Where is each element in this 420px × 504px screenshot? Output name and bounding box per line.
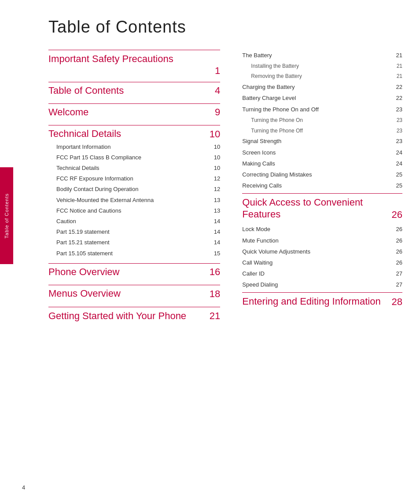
list-item: Lock Mode 26 [242,224,402,235]
list-item: Vehicle-Mounted the External Antenna 13 [48,195,220,206]
quick-access-items: Lock Mode 26 Mute Function 26 Quick Volu… [242,224,402,291]
section-title-getting-started: Getting Started with Your Phone [48,310,186,322]
list-item: Call Waiting 26 [242,257,402,268]
section-welcome: Welcome 9 [48,103,220,118]
list-item: Technical Details 10 [48,163,220,173]
page-number: 4 [22,484,25,491]
section-getting-started: Getting Started with Your Phone 21 [48,307,220,322]
list-item: Battery Charge Level 22 [242,93,402,104]
section-technical: Technical Details 10 [48,125,220,140]
section-title-menus-overview: Menus Overview [48,288,121,299]
main-content: Table of Contents Important Safety Preca… [22,0,420,352]
section-important-safety: Important Safety Precautions 1 [48,50,220,77]
section-title-technical: Technical Details [48,128,121,140]
section-title-entering-editing: Entering and Editing Information [242,295,380,308]
list-item: Removing the Battery 21 [242,71,402,82]
list-item: Quick Volume Adjustments 26 [242,246,402,257]
section-page-phone-overview: 16 [210,266,220,278]
section-phone-overview: Phone Overview 16 [48,263,220,278]
sidebar-tab: Table of Contents [0,167,13,264]
list-item: Caller ID 27 [242,269,402,280]
section-menus-overview: Menus Overview 18 [48,285,220,299]
section-page-important-safety: 1 [215,65,220,77]
section-page-entering-editing: 28 [392,296,402,308]
list-item: Turning the Phone On and Off 23 [242,104,402,115]
list-item: FCC Part 15 Class B Compliance 10 [48,152,220,163]
sidebar-label: Table of Contents [4,193,9,239]
list-item: Correcting Dialing Mistakes 25 [242,169,402,180]
list-item: Turning the Phone On 23 [242,115,402,125]
list-item: Important Information 10 [48,142,220,152]
list-item: Charging the Battery 22 [242,82,402,93]
list-item: Part 15.19 statement 14 [48,227,220,237]
section-page-getting-started: 21 [210,310,220,322]
list-item: Bodily Contact During Operation 12 [48,184,220,195]
section-toc: Table of Contents 4 [48,82,220,96]
section-page-quick-access: 26 [392,209,402,221]
section-title-row: Important Safety Precautions [48,53,220,65]
list-item: Speed Dialing 27 [242,280,402,291]
section-page-technical: 10 [210,129,220,140]
list-item: FCC RF Exposure Information 12 [48,173,220,184]
list-item: Part 15.21 statement 14 [48,237,220,248]
page-title: Table of Contents [48,18,402,37]
list-item: Mute Function 26 [242,235,402,246]
section-quick-access: Quick Access to Convenient Features 26 [242,193,402,221]
right-column: The Battery 21 Installing the Battery 21… [233,50,402,325]
list-item: FCC Notice and Cautions 13 [48,206,220,216]
section-title-toc: Table of Contents [48,85,124,96]
list-item: Receiving Calls 25 [242,180,402,191]
list-item: Caution 14 [48,216,220,227]
left-column: Important Safety Precautions 1 Table of … [48,50,233,325]
section-title-important-safety: Important Safety Precautions [48,53,173,65]
list-item: The Battery 21 [242,50,402,61]
battery-items-group: The Battery 21 Installing the Battery 21… [242,50,402,191]
list-item: Signal Strength 23 [242,136,402,147]
section-entering-editing: Entering and Editing Information 28 [242,292,402,308]
list-item: Making Calls 24 [242,158,402,169]
section-title-quick-access: Quick Access to Convenient Features [242,196,387,221]
section-title-phone-overview: Phone Overview [48,266,119,278]
section-page-menus-overview: 18 [210,288,220,300]
section-title-welcome: Welcome [48,107,88,118]
section-page-toc: 4 [215,85,220,96]
list-item: Part 15.105 statement 15 [48,248,220,259]
list-item: Screen Icons 24 [242,147,402,158]
list-item: Installing the Battery 21 [242,61,402,71]
two-column-layout: Important Safety Precautions 1 Table of … [48,50,402,325]
list-item: Turning the Phone Off 23 [242,125,402,136]
section-page-welcome: 9 [215,107,220,118]
